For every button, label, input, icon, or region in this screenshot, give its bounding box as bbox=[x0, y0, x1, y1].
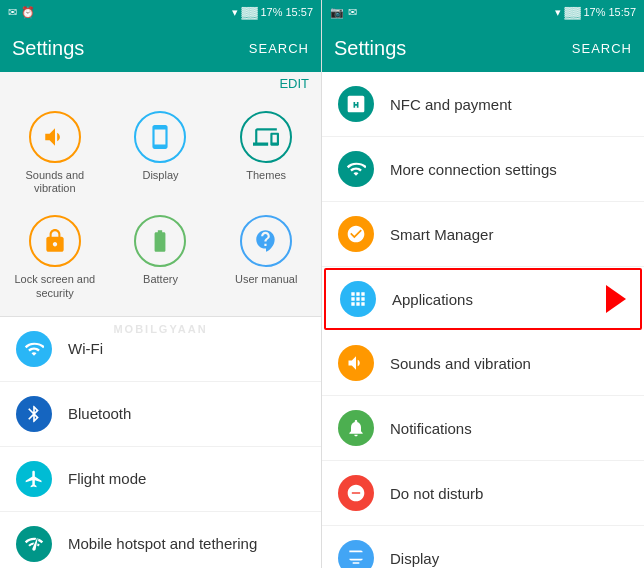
left-header: Settings SEARCH bbox=[0, 24, 321, 72]
moreconn-icon bbox=[338, 151, 374, 187]
right-title: Settings bbox=[334, 37, 406, 60]
right-msg-icon: ✉ bbox=[348, 6, 357, 19]
battery-pct-left: 17% bbox=[260, 6, 282, 18]
moreconn-label: More connection settings bbox=[390, 161, 557, 178]
right-search-button[interactable]: SEARCH bbox=[572, 41, 632, 56]
left-status-bar: ✉ ⏰ ▾ ▓▓ 17% 15:57 bbox=[0, 0, 321, 24]
lockscreen-icon bbox=[29, 215, 81, 267]
right-item-display[interactable]: Display bbox=[322, 526, 644, 568]
list-item-hotspot[interactable]: Mobile hotspot and tethering bbox=[0, 512, 321, 568]
hotspot-label: Mobile hotspot and tethering bbox=[68, 535, 257, 552]
left-list: Wi-Fi Bluetooth Flight mode Mobile hotsp… bbox=[0, 317, 321, 568]
right-status-bar: 📷 ✉ ▾ ▓▓ 17% 15:57 bbox=[322, 0, 644, 24]
applications-icon bbox=[340, 281, 376, 317]
msg-icon: ✉ bbox=[8, 6, 17, 19]
wifi-list-icon bbox=[16, 331, 52, 367]
display-right-icon bbox=[338, 540, 374, 568]
grid-item-themes[interactable]: Themes bbox=[215, 103, 317, 203]
edit-bar: EDIT bbox=[0, 72, 321, 95]
sounds-right-icon bbox=[338, 345, 374, 381]
right-item-nfc[interactable]: NFC and payment bbox=[322, 72, 644, 137]
right-panel: 📷 ✉ ▾ ▓▓ 17% 15:57 Settings SEARCH NFC a… bbox=[322, 0, 644, 568]
settings-icon-grid: Sounds andvibration Display Themes Lock … bbox=[0, 95, 321, 316]
applications-arrow bbox=[606, 285, 626, 313]
right-battery-pct: 17% bbox=[583, 6, 605, 18]
themes-icon bbox=[240, 111, 292, 163]
right-header: Settings SEARCH bbox=[322, 24, 644, 72]
grid-item-lockscreen[interactable]: Lock screen andsecurity bbox=[4, 207, 106, 307]
right-cam-icon: 📷 bbox=[330, 6, 344, 19]
usermanual-icon bbox=[240, 215, 292, 267]
edit-button[interactable]: EDIT bbox=[279, 76, 309, 91]
alarm-icon: ⏰ bbox=[21, 6, 35, 19]
grid-item-battery[interactable]: Battery bbox=[110, 207, 212, 307]
display-label: Display bbox=[142, 169, 178, 182]
right-item-smartmanager[interactable]: Smart Manager bbox=[322, 202, 644, 267]
sounds-right-label: Sounds and vibration bbox=[390, 355, 531, 372]
wifi-label: Wi-Fi bbox=[68, 340, 103, 357]
donotdisturb-icon bbox=[338, 475, 374, 511]
right-item-sounds[interactable]: Sounds and vibration bbox=[322, 331, 644, 396]
nfc-label: NFC and payment bbox=[390, 96, 512, 113]
usermanual-label: User manual bbox=[235, 273, 297, 286]
grid-item-sounds[interactable]: Sounds andvibration bbox=[4, 103, 106, 203]
display-right-label: Display bbox=[390, 550, 439, 567]
battery-label: Battery bbox=[143, 273, 178, 286]
right-status-icons: 📷 ✉ bbox=[330, 6, 357, 19]
sounds-icon bbox=[29, 111, 81, 163]
notifications-label: Notifications bbox=[390, 420, 472, 437]
right-item-applications[interactable]: Applications bbox=[324, 268, 642, 330]
right-time: 15:57 bbox=[608, 6, 636, 18]
list-item-bluetooth[interactable]: Bluetooth bbox=[0, 382, 321, 447]
signal-icon: ▓▓ bbox=[241, 6, 257, 18]
left-title: Settings bbox=[12, 37, 84, 60]
time-left: 15:57 bbox=[285, 6, 313, 18]
grid-item-usermanual[interactable]: User manual bbox=[215, 207, 317, 307]
hotspot-list-icon bbox=[16, 526, 52, 562]
right-item-moreconn[interactable]: More connection settings bbox=[322, 137, 644, 202]
list-item-wifi[interactable]: Wi-Fi bbox=[0, 317, 321, 382]
smartmanager-label: Smart Manager bbox=[390, 226, 493, 243]
lockscreen-label: Lock screen andsecurity bbox=[14, 273, 95, 299]
donotdisturb-label: Do not disturb bbox=[390, 485, 483, 502]
left-search-button[interactable]: SEARCH bbox=[249, 41, 309, 56]
battery-icon bbox=[134, 215, 186, 267]
notifications-icon bbox=[338, 410, 374, 446]
applications-label: Applications bbox=[392, 291, 473, 308]
wifi-status-icon: ▾ bbox=[232, 6, 238, 19]
right-status-right: ▾ ▓▓ 17% 15:57 bbox=[555, 6, 636, 19]
display-icon bbox=[134, 111, 186, 163]
left-status-right: ▾ ▓▓ 17% 15:57 bbox=[232, 6, 313, 19]
list-item-flight[interactable]: Flight mode bbox=[0, 447, 321, 512]
left-status-icons: ✉ ⏰ bbox=[8, 6, 35, 19]
right-item-donotdisturb[interactable]: Do not disturb bbox=[322, 461, 644, 526]
right-item-notifications[interactable]: Notifications bbox=[322, 396, 644, 461]
nfc-icon bbox=[338, 86, 374, 122]
bluetooth-label: Bluetooth bbox=[68, 405, 131, 422]
sounds-label: Sounds andvibration bbox=[25, 169, 84, 195]
smartmanager-icon bbox=[338, 216, 374, 252]
right-signal-icon: ▓▓ bbox=[564, 6, 580, 18]
flight-list-icon bbox=[16, 461, 52, 497]
bluetooth-list-icon bbox=[16, 396, 52, 432]
right-settings-list: NFC and payment More connection settings… bbox=[322, 72, 644, 568]
right-wifi-icon: ▾ bbox=[555, 6, 561, 19]
themes-label: Themes bbox=[246, 169, 286, 182]
left-panel: ✉ ⏰ ▾ ▓▓ 17% 15:57 Settings SEARCH EDIT … bbox=[0, 0, 322, 568]
flight-label: Flight mode bbox=[68, 470, 146, 487]
grid-item-display[interactable]: Display bbox=[110, 103, 212, 203]
